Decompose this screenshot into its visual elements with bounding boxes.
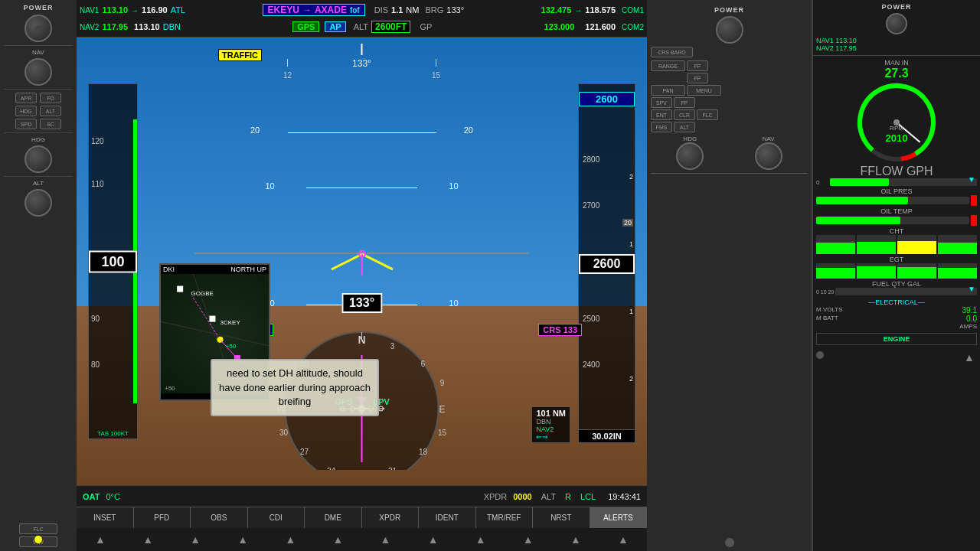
sc-btn[interactable]: SC [40,119,61,129]
svg-text:15: 15 [438,429,447,437]
elec-row: M VOLTS 39.1 [816,306,977,315]
alt-btn[interactable]: ALT [40,106,61,116]
right-hdg-section: HDG [676,135,704,170]
nav-knob[interactable] [24,58,52,86]
cht-bar-3 [897,235,936,254]
btn-arrow-5[interactable]: ▲ [314,528,361,551]
apr-btn[interactable]: APR [15,93,37,103]
spv-btn[interactable]: SPV [651,97,672,108]
altitude-tape: 2600 2800 2700 2600 2500 2400 20 2 1 1 2 [578,83,635,439]
btn-arrow-8[interactable]: ▲ [457,528,505,551]
fp-btn[interactable]: FP [687,60,708,71]
crs-baro-btn[interactable]: CRS·BARO [651,47,693,57]
fo-btn[interactable]: FO [40,93,61,103]
batt-value: 0.0 [966,315,977,323]
right-knob-section: HDG NAV [651,135,808,170]
fp2-btn[interactable]: FP [687,73,708,83]
right-power-section [651,16,808,44]
hdg-btn[interactable]: HDG [15,106,37,116]
svg-text:E: E [439,404,445,415]
nav1-standby-freq: 116.90 [142,5,168,15]
gps-label: GPS [292,21,319,32]
far-right-btn-row: ▲ [962,351,977,364]
softkey-nrst[interactable]: NRST [533,507,590,528]
btn-arrow-0[interactable]: ▲ [77,528,124,551]
btn-arrow-7[interactable]: ▲ [410,528,457,551]
right-nav-label: NAV [763,135,775,142]
alt-knob[interactable] [24,189,52,217]
softkey-alerts[interactable]: ALERTS [590,507,648,528]
svg-text:27: 27 [300,448,309,456]
route-suffix: fof [350,6,360,15]
right-hdg-knob[interactable] [676,142,704,170]
btn-arrow-1[interactable]: ▲ [124,528,172,551]
softkey-inset[interactable]: INSET [77,507,134,528]
heading-current-box: 133° [341,293,382,313]
fms-btn[interactable]: FMS [651,122,672,132]
oil-temp-bar-bg [816,217,969,224]
right-power-knob[interactable] [716,16,743,44]
as-tick-80: 80 [91,360,100,369]
range-btn[interactable]: RANGE [651,60,685,71]
softkey-cdi[interactable]: CDI [248,507,305,528]
softkey-dme[interactable]: DME [305,507,362,528]
btn-arrow-2[interactable]: ▲ [172,528,219,551]
vsi-neg1: 1 [629,308,633,315]
flc2-btn[interactable]: FLC [697,109,718,120]
pan-btn[interactable]: PAN [651,85,685,96]
fuel-bar-bg: ▼ [835,288,977,295]
svg-text:12: 12 [283,71,292,80]
far-nav1: NAV1 113.10 [816,37,977,44]
as-tick-90: 90 [91,315,100,323]
fflow-bar-fill [830,178,889,186]
oil-pres-bar-bg [816,197,969,204]
fflow-bar-bg: ▼ [830,178,977,186]
btn-arrow-10[interactable]: ▲ [552,528,599,551]
fp3-btn[interactable]: FP [674,97,695,108]
far-right-arrow-up[interactable]: ▲ [962,351,977,364]
btn-arrow-3[interactable]: ▲ [219,528,266,551]
nav-mode-arrows: ⇐⇒ [536,433,566,441]
svg-text:21: 21 [388,467,397,470]
spd-btn[interactable]: SPD [15,119,37,129]
right-nav-knob[interactable] [755,142,782,170]
crs-baro-section: CRS·BARO [651,47,808,57]
svg-text:RPM: RPM [890,125,903,132]
btn-arrow-11[interactable]: ▲ [599,528,647,551]
brg-value: 133° [446,5,464,15]
egt-bar-4-fill [938,268,977,279]
fflow-zero: 0 [816,179,828,186]
far-right-panel: POWER NAV1 113.10 NAV2 117.95 MAN IN 27.… [812,0,980,551]
alt-2800: 2800 [583,155,599,164]
alt-2700: 2700 [583,201,599,210]
svg-text:30: 30 [279,429,289,437]
alt2-btn[interactable]: ALT [674,122,695,132]
oil-temp-label: OIL TEMP [816,207,977,215]
svg-line-48 [193,298,220,340]
hdg-knob[interactable] [24,145,52,173]
time-display: 19:43:41 [608,492,641,501]
alt-selected-box: 2600 [579,92,635,106]
softkey-ident[interactable]: IDENT [419,507,476,528]
flc-btn[interactable]: FLC [19,523,57,534]
power-knob[interactable] [24,15,52,42]
egt-bar-1 [816,263,855,279]
btn-arrow-9[interactable]: ▲ [505,528,552,551]
route-to: AXADE [315,5,347,15]
egt-bar-2 [857,263,896,279]
softkey-obs[interactable]: OBS [191,507,248,528]
elec-label: —ELECTRICAL— [816,298,977,306]
divider [651,173,808,181]
softkey-xpdr[interactable]: XPDR [362,507,420,528]
brg-label: BRG [425,5,443,15]
egt-bar-1-fill [816,268,855,279]
btn-arrow-4[interactable]: ▲ [266,528,314,551]
far-right-power-knob[interactable] [886,13,907,34]
menu-btn[interactable]: MENU [687,85,721,96]
ent-btn[interactable]: ENT [651,109,672,120]
softkey-pfd[interactable]: PFD [134,507,191,528]
oil-pres-label: OIL PRES [816,187,977,195]
btn-arrow-6[interactable]: ▲ [361,528,409,551]
clr-btn[interactable]: CLR [674,109,695,120]
softkey-tmrref[interactable]: TMR/REF [476,507,534,528]
